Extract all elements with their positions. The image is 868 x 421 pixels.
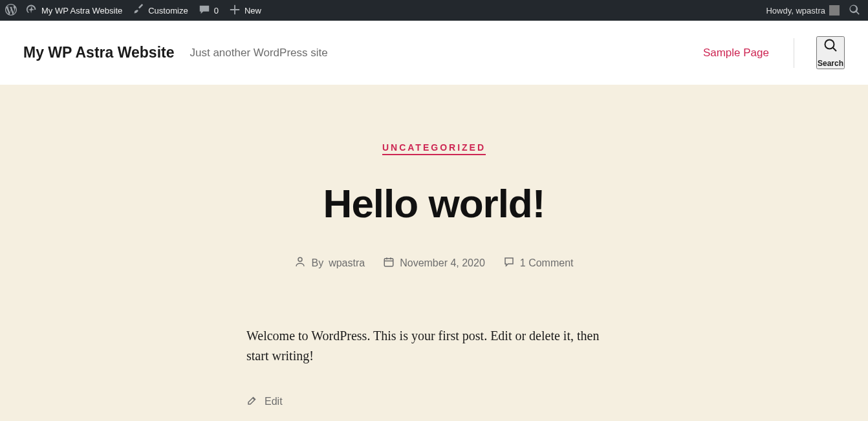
search-icon [823, 38, 838, 55]
svg-point-0 [825, 40, 834, 49]
admin-bar-left: My WP Astra Website Customize 0 New [1, 0, 266, 21]
post-author-link[interactable]: wpastra [329, 257, 365, 269]
admin-customize-link[interactable]: Customize [127, 0, 193, 21]
admin-search-toggle[interactable] [845, 0, 864, 21]
post: Uncategorized Hello world! By wpastra No… [124, 142, 744, 409]
wordpress-logo-icon [5, 4, 17, 17]
avatar-icon [829, 5, 840, 16]
post-title[interactable]: Hello world! [124, 180, 744, 226]
edit-icon [246, 394, 258, 409]
post-comments-link[interactable]: 1 Comment [520, 257, 574, 269]
nav-divider [794, 38, 794, 68]
nav-sample-page[interactable]: Sample Page [703, 47, 769, 59]
comment-bubble-icon [199, 4, 210, 17]
search-icon [849, 4, 860, 17]
admin-customize-label: Customize [148, 6, 188, 16]
admin-new-label: New [244, 6, 261, 16]
post-edit-link[interactable]: Edit [265, 396, 283, 407]
post-date-meta: November 4, 2020 [383, 256, 485, 270]
svg-point-2 [298, 257, 302, 261]
post-comments-meta: 1 Comment [503, 256, 574, 270]
plus-icon [229, 4, 241, 17]
post-date-link[interactable]: November 4, 2020 [400, 257, 485, 269]
admin-howdy-text: Howdy, wpastra [766, 6, 825, 16]
dashboard-icon [26, 4, 38, 17]
person-icon [294, 256, 306, 270]
paintbrush-icon [133, 4, 144, 17]
by-label: By [311, 257, 323, 269]
post-title-link[interactable]: Hello world! [323, 181, 545, 226]
admin-comments-link[interactable]: 0 [193, 0, 224, 21]
admin-comments-count: 0 [214, 6, 219, 16]
post-author-meta: By wpastra [294, 256, 365, 270]
post-category-link[interactable]: Uncategorized [382, 142, 486, 155]
admin-account-link[interactable]: Howdy, wpastra [761, 0, 845, 21]
svg-line-1 [833, 48, 836, 51]
comment-icon [503, 256, 515, 270]
search-toggle-label: Search [818, 59, 843, 68]
admin-new-link[interactable]: New [224, 0, 266, 21]
site-content: Uncategorized Hello world! By wpastra No… [0, 85, 868, 421]
wp-logo-menu[interactable] [1, 0, 21, 21]
admin-site-name: My WP Astra Website [41, 6, 122, 16]
post-edit-row: Edit [246, 394, 622, 409]
admin-site-link[interactable]: My WP Astra Website [21, 0, 127, 21]
svg-rect-3 [384, 259, 393, 266]
site-title-link[interactable]: My WP Astra Website [23, 44, 174, 61]
post-meta: By wpastra November 4, 2020 1 Comment [124, 256, 744, 270]
wp-admin-bar: My WP Astra Website Customize 0 New Howd… [0, 0, 868, 21]
site-tagline: Just another WordPress site [190, 47, 327, 59]
search-toggle[interactable]: Search [816, 36, 845, 69]
admin-bar-right: Howdy, wpastra [761, 0, 864, 21]
site-header: My WP Astra Website Just another WordPre… [0, 21, 868, 85]
post-body-text: Welcome to WordPress. This is your first… [246, 326, 622, 366]
calendar-icon [383, 256, 395, 270]
